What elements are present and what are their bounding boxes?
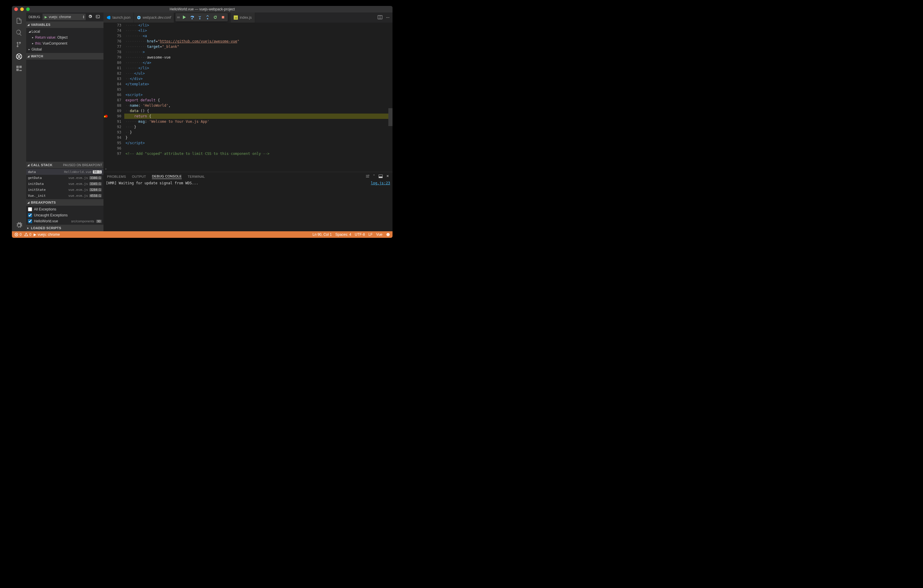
- status-errors[interactable]: 0: [14, 232, 22, 237]
- panel-tab-output[interactable]: OUTPUT: [132, 175, 146, 178]
- status-debug-launch[interactable]: ▶ vuejs: chrome: [34, 232, 60, 237]
- variables-scope-global[interactable]: ▸ Global: [26, 46, 103, 52]
- status-indentation[interactable]: Spaces: 4: [335, 232, 351, 237]
- activity-debug[interactable]: [12, 51, 26, 62]
- activity-extensions[interactable]: [12, 62, 26, 74]
- breakpoints-title: BREAKPOINTS: [31, 200, 56, 204]
- tab-webpack-dev-conf[interactable]: webpack.dev.conf: [134, 13, 174, 23]
- code-line[interactable]: }: [124, 135, 393, 140]
- minimap[interactable]: [388, 23, 393, 165]
- debug-stop-button[interactable]: [220, 14, 227, 21]
- checkbox-all-exceptions[interactable]: [28, 207, 32, 211]
- callstack-frame[interactable]: initStatevue.esm.js3284:1: [26, 187, 103, 193]
- code-content[interactable]: ······</li>······<li>········<a·········…: [124, 23, 393, 165]
- checkbox-file-breakpoint[interactable]: [28, 219, 32, 223]
- code-line[interactable]: ······msg:·'Welcome·to·Your·Vue.js·App': [124, 119, 393, 124]
- webpack-file-icon: [137, 15, 141, 20]
- gear-icon: [15, 222, 23, 229]
- callstack-frame[interactable]: dataHelloWorld.vue90:1: [26, 169, 103, 175]
- debug-restart-button[interactable]: [212, 14, 219, 21]
- panel-close-button[interactable]: ✕: [386, 174, 389, 179]
- breakpoints-section-header[interactable]: ◢ BREAKPOINTS: [26, 199, 103, 206]
- variable-return-value[interactable]: ▸ Return value: Object: [26, 34, 103, 40]
- code-line[interactable]: ····</ul>: [124, 71, 393, 76]
- callstack-frame[interactable]: initDatavue.esm.js3345:1: [26, 181, 103, 187]
- log-source-link[interactable]: log.js:23: [371, 181, 390, 185]
- debug-step-out-button[interactable]: [204, 14, 211, 21]
- code-line[interactable]: ····}: [124, 124, 393, 130]
- debug-console-output[interactable]: log.js:23 [HMR] Waiting for update signa…: [103, 181, 393, 231]
- code-line[interactable]: ······</li>: [124, 23, 393, 28]
- breakpoint-uncaught-exceptions[interactable]: Uncaught Exceptions: [26, 212, 103, 218]
- clear-icon: [365, 174, 370, 178]
- code-line[interactable]: ······<li>: [124, 28, 393, 33]
- window-maximize-button[interactable]: [26, 7, 30, 11]
- debug-settings-button[interactable]: [87, 15, 94, 20]
- callstack-section-header[interactable]: ◢ CALL STACK PAUSED ON BREAKPOINT: [26, 162, 103, 168]
- breakpoint-file[interactable]: HelloWorld.vue src/components 90: [26, 218, 103, 224]
- panel-tab-debug-console[interactable]: DEBUG CONSOLE: [152, 174, 182, 179]
- breadcrumb-expand[interactable]: ›: [103, 167, 108, 171]
- code-line[interactable]: </template>: [124, 81, 393, 87]
- status-language[interactable]: Vue: [376, 232, 383, 237]
- minimap-viewport[interactable]: [388, 108, 393, 126]
- code-line[interactable]: <script>: [124, 92, 393, 97]
- code-line[interactable]: ····return·{: [124, 113, 393, 119]
- status-eol[interactable]: LF: [368, 232, 373, 237]
- tab-launch-json[interactable]: launch.json: [103, 13, 134, 23]
- code-line[interactable]: [124, 146, 393, 151]
- status-feedback[interactable]: [386, 232, 390, 237]
- tab-index-js[interactable]: JS index.js: [231, 13, 255, 23]
- debug-continue-button[interactable]: [181, 14, 188, 21]
- variables-section-header[interactable]: ◢ VARIABLES: [26, 21, 103, 28]
- status-encoding[interactable]: UTF-8: [355, 232, 365, 237]
- variables-scope-local[interactable]: ◢ Local: [26, 28, 103, 34]
- code-line[interactable]: ········>: [124, 49, 393, 55]
- code-line[interactable]: ··}: [124, 130, 393, 135]
- variable-this[interactable]: ▸ this: VueComponent: [26, 40, 103, 46]
- callstack-frame[interactable]: Vue._initvue.esm.js4558:1: [26, 193, 103, 199]
- tab-label: webpack.dev.conf: [143, 15, 171, 20]
- activity-explorer[interactable]: [12, 15, 26, 27]
- code-line[interactable]: ··data·()·{: [124, 108, 393, 113]
- code-editor[interactable]: ▶ 73747576777879808182838485868788899091…: [103, 23, 393, 165]
- code-line[interactable]: [124, 87, 393, 92]
- activity-search[interactable]: [12, 27, 26, 39]
- code-line[interactable]: </script>: [124, 140, 393, 146]
- code-line[interactable]: ······</li>: [124, 66, 393, 71]
- loaded-scripts-section-header[interactable]: ▸ LOADED SCRIPTS: [26, 225, 103, 231]
- code-line[interactable]: <!--·Add·"scoped"·attribute·to·limit·CSS…: [124, 151, 393, 156]
- debug-step-over-button[interactable]: [189, 14, 195, 21]
- status-bar: 0 0 ▶ vuejs: chrome Ln 90, Col 1 Spaces:…: [12, 231, 393, 238]
- code-line[interactable]: ··</div>: [124, 76, 393, 81]
- panel-maximize-button[interactable]: [379, 174, 383, 179]
- panel-tab-problems[interactable]: PROBLEMS: [107, 175, 126, 178]
- code-line[interactable]: ··········target="_blank": [124, 44, 393, 49]
- debug-toolbar-handle[interactable]: [177, 16, 180, 18]
- checkbox-uncaught-exceptions[interactable]: [28, 213, 32, 217]
- more-actions-button[interactable]: ⋯: [386, 15, 389, 20]
- debug-console-button[interactable]: [95, 15, 101, 20]
- activity-scm[interactable]: [12, 39, 26, 51]
- activity-settings[interactable]: [12, 219, 26, 231]
- status-cursor-position[interactable]: Ln 90, Col 1: [312, 232, 332, 237]
- status-warnings[interactable]: 0: [24, 232, 31, 237]
- debug-step-into-button[interactable]: [196, 14, 204, 21]
- code-line[interactable]: ··name:·'HelloWorld',: [124, 103, 393, 108]
- code-line[interactable]: ··········href="https://github.com/vuejs…: [124, 39, 393, 44]
- line-number: 73: [109, 23, 122, 28]
- watch-section-header[interactable]: ◢ WATCH: [26, 53, 103, 59]
- callstack-frame[interactable]: getDatavue.esm.js3386:1: [26, 175, 103, 181]
- window-close-button[interactable]: [14, 7, 18, 11]
- panel-tab-terminal[interactable]: TERMINAL: [188, 175, 205, 178]
- code-line[interactable]: export·default·{: [124, 97, 393, 103]
- split-editor-button[interactable]: [378, 15, 383, 21]
- code-line[interactable]: ········</a>: [124, 60, 393, 66]
- code-line[interactable]: ··········awesome-vue: [124, 55, 393, 60]
- clear-console-button[interactable]: [365, 174, 370, 179]
- code-line[interactable]: ········<a: [124, 33, 393, 39]
- panel-collapse-button[interactable]: ˄: [373, 174, 375, 179]
- debug-config-select[interactable]: ▶ vuejs: chrome ▴▾: [43, 14, 85, 20]
- breakpoint-all-exceptions[interactable]: All Exceptions: [26, 206, 103, 212]
- window-minimize-button[interactable]: [20, 7, 24, 11]
